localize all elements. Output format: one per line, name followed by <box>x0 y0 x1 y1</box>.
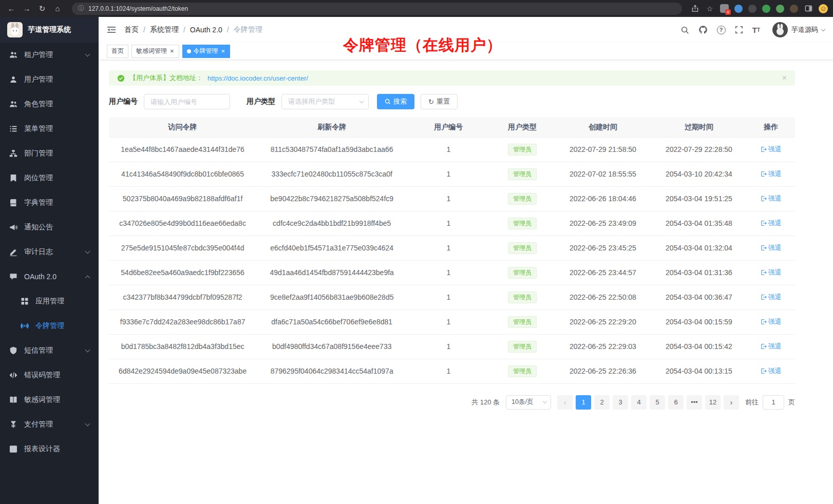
forward-icon[interactable]: → <box>21 3 33 15</box>
force-logout-button[interactable]: 强退 <box>761 342 782 351</box>
active-tab-dot <box>187 49 191 53</box>
force-logout-button[interactable]: 强退 <box>761 169 782 179</box>
sidebar-item-sms[interactable]: 短信管理 <box>0 338 99 363</box>
site-info-icon[interactable]: ⓘ <box>78 4 84 13</box>
extension-blue-icon[interactable] <box>734 5 743 13</box>
expires-at-cell: 2054-03-04 19:51:25 <box>651 186 747 211</box>
sidebar-item-tenant[interactable]: 租户管理 <box>0 43 99 67</box>
home-icon[interactable]: ⌂ <box>51 3 64 15</box>
sidebar-item-dict[interactable]: 字典管理 <box>0 190 99 215</box>
action-cell: 强退 <box>747 186 795 211</box>
extension-with-badge-icon[interactable]: 0 <box>720 4 729 13</box>
next-page-button[interactable]: › <box>724 395 739 410</box>
close-icon[interactable]: × <box>221 48 226 54</box>
page-button-1[interactable]: 1 <box>576 395 591 410</box>
breadcrumb-item[interactable]: 系统管理 <box>150 25 179 34</box>
sidebar-item-pay[interactable]: 支付管理 <box>0 412 99 437</box>
tab-0[interactable]: 首页 <box>107 45 128 58</box>
force-logout-button[interactable]: 强退 <box>761 317 782 326</box>
breadcrumb-item[interactable]: 首页 <box>124 25 139 34</box>
action-label: 强退 <box>768 366 782 376</box>
user-id-label: 用户编号 <box>109 97 138 106</box>
sidebar-item-sensitive-word[interactable]: 敏感词管理 <box>0 387 99 412</box>
user-id-input[interactable] <box>144 94 230 109</box>
page-size-value: 10条/页 <box>512 398 533 406</box>
table-row: 41c41346a548490f9dc8b01c6bfe0865333ecfc7… <box>109 162 795 186</box>
tab-2[interactable]: 令牌管理× <box>182 45 231 58</box>
sidebar-item-menu[interactable]: 菜单管理 <box>0 117 99 141</box>
share-icon[interactable] <box>690 4 699 13</box>
app-logo[interactable]: 芋道管理系统 <box>0 17 99 43</box>
force-logout-button[interactable]: 强退 <box>761 293 782 302</box>
force-logout-button[interactable]: 强退 <box>761 366 782 376</box>
breadcrumb: 首页/系统管理/OAuth 2.0/令牌管理 <box>124 25 262 34</box>
prev-page-button[interactable]: ‹ <box>557 395 573 410</box>
force-logout-button[interactable]: 强退 <box>761 219 782 228</box>
page-button-3[interactable]: 3 <box>613 395 628 410</box>
sidebar-item-oauth2[interactable]: OAuth 2.0 <box>0 264 99 289</box>
split-view-icon[interactable] <box>804 4 813 13</box>
extension-dark-icon[interactable] <box>748 5 756 13</box>
sidebar-fold-icon[interactable] <box>107 25 116 34</box>
user-menu[interactable]: 芋道源码 <box>772 22 825 37</box>
sidebar-item-post[interactable]: 岗位管理 <box>0 166 99 190</box>
page-button-2[interactable]: 2 <box>594 395 610 410</box>
sidebar-item-audit-log[interactable]: 审计日志 <box>0 240 99 264</box>
sidebar-item-oauth2-token[interactable]: 令牌管理 <box>0 314 99 338</box>
sidebar-item-label: 租户管理 <box>24 50 53 60</box>
doc-link[interactable]: https://doc.iocoder.cn/user-center/ <box>207 74 308 82</box>
close-icon[interactable]: × <box>782 74 787 82</box>
address-bar[interactable]: ⓘ 127.0.0.1:1024/system/oauth2/token <box>72 3 682 15</box>
sidebar-item-report-designer[interactable]: 报表设计器 <box>0 437 99 461</box>
help-icon[interactable]: ? <box>717 26 726 34</box>
sidebar-menu: 租户管理用户管理角色管理菜单管理部门管理岗位管理字典管理通知公告审计日志OAut… <box>0 43 99 504</box>
extension-green-icon[interactable] <box>762 5 770 13</box>
action-cell: 强退 <box>747 211 795 236</box>
force-logout-button[interactable]: 强退 <box>761 145 782 154</box>
user-type-badge: 管理员 <box>508 365 537 377</box>
extension-olive-icon[interactable] <box>776 5 784 13</box>
github-icon[interactable] <box>698 25 708 34</box>
profile-avatar[interactable]: ☺ <box>819 4 828 13</box>
force-logout-button[interactable]: 强退 <box>761 194 782 203</box>
sidebar-item-label: 通知公告 <box>24 223 53 232</box>
expires-at-cell: 2054-03-04 01:32:04 <box>651 236 747 260</box>
page-button-12[interactable]: 12 <box>705 395 721 410</box>
force-logout-button[interactable]: 强退 <box>761 268 782 277</box>
list-icon <box>9 125 17 133</box>
bookmark-star-icon[interactable]: ☆ <box>705 4 714 13</box>
back-icon[interactable]: ← <box>5 3 17 15</box>
page-size-select[interactable]: 10条/页 <box>506 395 551 410</box>
reload-icon[interactable]: ↻ <box>36 3 48 15</box>
expires-at-cell: 2054-03-04 01:31:36 <box>651 260 747 285</box>
extension-brown-icon[interactable] <box>790 5 798 13</box>
sidebar-item-oauth2-app[interactable]: 应用管理 <box>0 289 99 314</box>
sidebar-item-notice[interactable]: 通知公告 <box>0 215 99 240</box>
user-type-cell: 管理员 <box>489 334 555 359</box>
sidebar-item-user[interactable]: 用户管理 <box>0 67 99 92</box>
page-button-4[interactable]: 4 <box>631 395 647 410</box>
reset-button[interactable]: ↻ 重置 <box>421 94 458 109</box>
force-logout-button[interactable]: 强退 <box>761 243 782 253</box>
sidebar-item-label: 支付管理 <box>24 420 53 429</box>
sidebar-item-dept[interactable]: 部门管理 <box>0 141 99 166</box>
search-icon[interactable] <box>680 26 689 34</box>
sidebar-item-role[interactable]: 角色管理 <box>0 92 99 117</box>
username: 芋道源码 <box>791 25 818 34</box>
font-size-icon[interactable]: TT <box>752 26 760 34</box>
app-frame: 芋道管理系统 租户管理用户管理角色管理菜单管理部门管理岗位管理字典管理通知公告审… <box>0 17 833 504</box>
tab-1[interactable]: 敏感词管理× <box>131 45 179 58</box>
fullscreen-icon[interactable] <box>735 26 743 34</box>
page-button-5[interactable]: 5 <box>650 395 665 410</box>
more-pages-button[interactable]: ••• <box>687 395 702 410</box>
access-token-cell: 1ea5e44f8bc1467aaede43144f31de76 <box>109 137 256 162</box>
goto-page-input[interactable] <box>763 395 784 410</box>
breadcrumb-item[interactable]: OAuth 2.0 <box>190 26 222 34</box>
sidebar-item-error-code[interactable]: 错误码管理 <box>0 363 99 387</box>
sidebar-item-label: 审计日志 <box>24 247 53 257</box>
user-type-select[interactable]: 请选择用户类型 <box>281 94 369 109</box>
page-button-6[interactable]: 6 <box>668 395 684 410</box>
close-icon[interactable]: × <box>169 48 175 54</box>
access-token-cell: c342377bf8b344799dcbf7bf095287f2 <box>109 285 256 309</box>
search-button[interactable]: 搜索 <box>377 94 414 109</box>
